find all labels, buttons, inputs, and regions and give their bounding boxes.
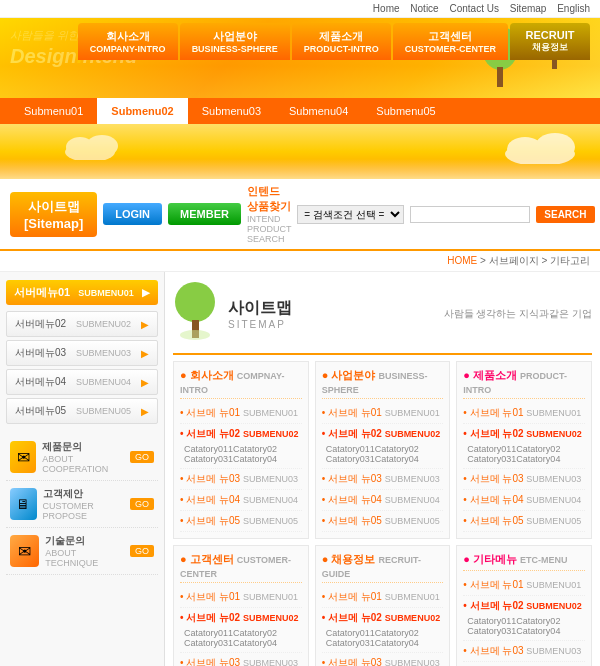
sitemap-link[interactable]: • 서브메 뉴04 SUBMENU04 <box>180 492 302 508</box>
login-button[interactable]: LOGIN <box>103 203 162 225</box>
sitemap-link-bold[interactable]: • 서브메 뉴02 SUBMENU02 <box>180 610 302 626</box>
sitemap-title: 사이트맵 <box>228 298 292 319</box>
sitemap-link[interactable]: • 서브메 뉴01 SUBMENU01 <box>463 577 585 593</box>
nav-business[interactable]: 사업분야 BUSINESS-SPHERE <box>180 23 290 60</box>
go-button-2[interactable]: GO <box>130 498 154 510</box>
top-nav-contact[interactable]: Contact Us <box>449 3 498 14</box>
nav-product[interactable]: 제품소개 PRODUCT-INTRO <box>292 23 391 60</box>
sitemap-desc: 사람들 생각하는 지식과같은 기업 <box>444 307 592 321</box>
breadcrumb-home[interactable]: HOME <box>447 255 477 266</box>
sitemap-section-recruit: ● 채용정보 RECRUIT-GUIDE • 서브메 뉴01 SUBMENU01… <box>315 545 451 666</box>
sitemap-button[interactable]: 사이트맵 [Sitemap] <box>10 192 97 237</box>
svg-point-9 <box>86 135 118 157</box>
go-button-1[interactable]: GO <box>130 451 154 463</box>
sitemap-row: • 서브메 뉴01 SUBMENU01 <box>322 587 444 608</box>
sitemap-link[interactable]: • 서브메 뉴01 SUBMENU01 <box>180 405 302 421</box>
sitemap-link[interactable]: • 서브메 뉴03 SUBMENU03 <box>322 471 444 487</box>
sidebar-item-4[interactable]: 서버메뉴05 SUBMENU05 ▶ <box>6 398 158 424</box>
sitemap-row: • 서브메 뉴05 SUBMENU05 <box>180 511 302 532</box>
top-nav-home[interactable]: Home <box>373 3 400 14</box>
sitemap-link-bold[interactable]: • 서브메 뉴02 SUBMENU02 <box>322 426 444 442</box>
sitemap-link[interactable]: • 서브메 뉴01 SUBMENU01 <box>322 589 444 605</box>
sidebar-icon-item-customer[interactable]: 🖥 고객제안 CUSTOMER PROPOSE GO <box>6 481 158 528</box>
sitemap-link[interactable]: • 서브메 뉴04 SUBMENU04 <box>463 492 585 508</box>
svg-point-10 <box>175 282 215 322</box>
sitemap-sub-links: Catatory011Catatory02 Catatory031Catator… <box>322 442 444 466</box>
sitemap-sub-links: Catatory011Catatory02 Catatory031Catator… <box>463 614 585 638</box>
cloud-decoration <box>500 129 580 164</box>
sitemap-link[interactable]: • 서브메 뉴03 SUBMENU03 <box>322 655 444 666</box>
svg-point-6 <box>535 133 575 161</box>
sidebar-icon-item-product[interactable]: ✉ 제품문의 ABOUT COOPERATION GO <box>6 434 158 481</box>
sitemap-link[interactable]: • 서브메 뉴01 SUBMENU01 <box>180 589 302 605</box>
customer-icon: 🖥 <box>10 488 37 520</box>
sidebar-item-2[interactable]: 서버메뉴03 SUBMENU03 ▶ <box>6 340 158 366</box>
tech-icon: ✉ <box>10 535 39 567</box>
sitemap-link-bold[interactable]: • 서브메 뉴02 SUBMENU02 <box>463 598 585 614</box>
sitemap-link[interactable]: • 서브메 뉴03 SUBMENU03 <box>463 643 585 659</box>
sitemap-link[interactable]: • 서브메 뉴03 SUBMENU03 <box>180 471 302 487</box>
breadcrumb-page2: 기타고리 <box>550 255 590 266</box>
top-nav-english[interactable]: English <box>557 3 590 14</box>
sitemap-link-bold[interactable]: • 서브메 뉴02 SUBMENU02 <box>463 426 585 442</box>
top-nav-sitemap[interactable]: Sitemap <box>510 3 547 14</box>
sitemap-section-product: ● 제품소개 PRODUCT-INTRO • 서브메 뉴01 SUBMENU01… <box>456 361 592 539</box>
search-condition-select[interactable]: = 검색조건 선택 = <box>297 205 404 224</box>
sitemap-row: • 서브메 뉴05 SUBMENU05 <box>322 511 444 532</box>
sitemap-row: • 서브메 뉴04 SUBMENU04 <box>180 490 302 511</box>
sitemap-link-bold[interactable]: • 서브메 뉴02 SUBMENU02 <box>322 610 444 626</box>
nav-company[interactable]: 회사소개 COMPANY-INTRO <box>78 23 178 60</box>
sidebar-item-3[interactable]: 서버메뉴04 SUBMENU04 ▶ <box>6 369 158 395</box>
sidebar-icons: ✉ 제품문의 ABOUT COOPERATION GO 🖥 고객제안 CUSTO… <box>6 434 158 575</box>
breadcrumb-page1: 서브페이지 <box>489 255 539 266</box>
sitemap-row: • 서브메 뉴01 SUBMENU01 <box>322 403 444 424</box>
sitemap-row: • 서브메 뉴04 SUBMENU04 <box>322 490 444 511</box>
sitemap-sub-links: Catatory011Catatory02 Catatory031Catator… <box>180 442 302 466</box>
svg-point-12 <box>180 330 210 340</box>
sitemap-link[interactable]: • 서브메 뉴03 SUBMENU03 <box>180 655 302 666</box>
sitemap-link[interactable]: • 서브메 뉴05 SUBMENU05 <box>463 513 585 529</box>
subnav-item-1[interactable]: Submenu01 <box>10 98 97 124</box>
sitemap-section-etc: ● 기타메뉴 ETC-MENU • 서브메 뉴01 SUBMENU01 • 서브… <box>456 545 592 666</box>
sitemap-link-bold[interactable]: • 서브메 뉴02 SUBMENU02 <box>180 426 302 442</box>
subnav-item-4[interactable]: Submenu04 <box>275 98 362 124</box>
search-section-label: 인텐드 상품찾기 INTEND PRODUCT SEARCH <box>247 184 291 244</box>
sidebar-icon-item-tech[interactable]: ✉ 기술문의 ABOUT TECHNIQUE GO <box>6 528 158 575</box>
sitemap-row: • 서브메 뉴03 SUBMENU03 <box>322 469 444 490</box>
sitemap-link[interactable]: • 서브메 뉴01 SUBMENU01 <box>322 405 444 421</box>
sitemap-section-company: ● 회사소개 COMPNAY-INTRO • 서브메 뉴01 SUBMENU01… <box>173 361 309 539</box>
sitemap-link[interactable]: • 서브메 뉴05 SUBMENU05 <box>322 513 444 529</box>
subnav-item-5[interactable]: Submenu05 <box>362 98 449 124</box>
sitemap-row: • 서브메 뉴02 SUBMENU02 Catatory011Catatory0… <box>180 424 302 469</box>
search-bar: 사이트맵 [Sitemap] LOGIN MEMBER 인텐드 상품찾기 INT… <box>0 179 600 251</box>
sitemap-link[interactable]: • 서브메 뉴05 SUBMENU05 <box>180 513 302 529</box>
sidebar: 서버메뉴01 SUBMENU01 ▶ 서버메뉴02 SUBMENU02 ▶ 서버… <box>0 272 165 666</box>
search-button[interactable]: SEARCH <box>536 206 594 223</box>
sitemap-row: • 서브메 뉴02 SUBMENU02 Catatory011Catatory0… <box>463 424 585 469</box>
sitemap-link[interactable]: • 서브메 뉴01 SUBMENU01 <box>463 405 585 421</box>
sitemap-link[interactable]: • 서브메 뉴04 SUBMENU04 <box>322 492 444 508</box>
sidebar-item-1[interactable]: 서버메뉴02 SUBMENU02 ▶ <box>6 311 158 337</box>
top-navigation: Home Notice Contact Us Sitemap English <box>0 0 600 18</box>
sitemap-section-customer: ● 고객센터 CUSTOMER-CENTER • 서브메 뉴01 SUBMENU… <box>173 545 309 666</box>
sitemap-row: • 서브메 뉴01 SUBMENU01 <box>180 587 302 608</box>
go-button-3[interactable]: GO <box>130 545 154 557</box>
member-button[interactable]: MEMBER <box>168 203 241 225</box>
sidebar-expand-icon[interactable]: ▶ <box>142 287 150 298</box>
sitemap-section-business: ● 사업분야 BUSINESS-SPHERE • 서브메 뉴01 SUBMENU… <box>315 361 451 539</box>
top-nav-notice[interactable]: Notice <box>410 3 438 14</box>
sitemap-row: • 서브메 뉴02 SUBMENU02 Catatory011Catatory0… <box>463 596 585 641</box>
sitemap-link[interactable]: • 서브메 뉴03 SUBMENU03 <box>463 471 585 487</box>
search-input[interactable] <box>410 206 530 223</box>
sitemap-row: • 서브메 뉴02 SUBMENU02 Catatory011Catatory0… <box>322 424 444 469</box>
sitemap-row: • 서브메 뉴03 SUBMENU03 <box>463 641 585 662</box>
nav-customer[interactable]: 고객센터 CUSTOMER-CENTER <box>393 23 508 60</box>
subnav-item-2[interactable]: Submenu02 <box>97 98 187 124</box>
sitemap-sub-links: Catatory011Catatory02 Catatory031Catator… <box>180 626 302 650</box>
subnav-item-3[interactable]: Submenu03 <box>188 98 275 124</box>
sitemap-row: • 서브메 뉴03 SUBMENU03 <box>463 469 585 490</box>
sidebar-item-arrow-1: ▶ <box>141 319 149 330</box>
sidebar-item-arrow-4: ▶ <box>141 406 149 417</box>
sitemap-tree-icon <box>173 280 218 345</box>
nav-recruit[interactable]: RECRUIT 채용정보 <box>510 23 590 60</box>
